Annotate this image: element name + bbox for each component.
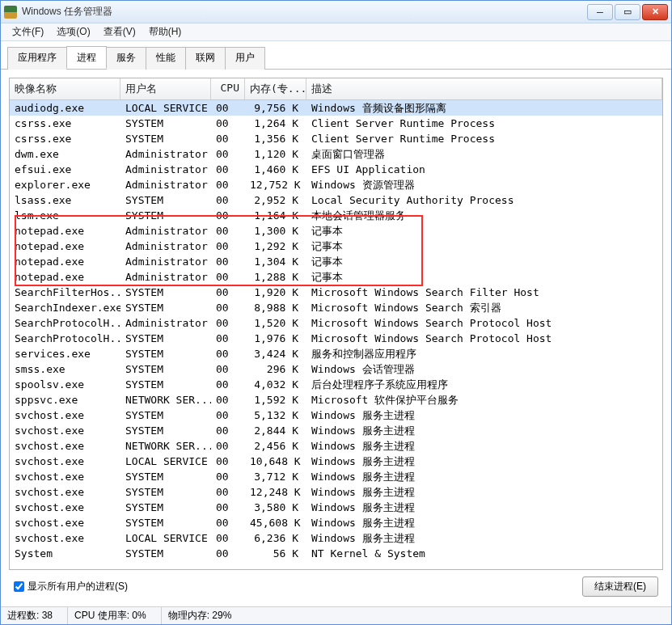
cell-cpu: 00 bbox=[211, 177, 245, 192]
col-memory[interactable]: 内存(专... bbox=[245, 78, 306, 99]
show-all-users-label: 显示所有用户的进程(S) bbox=[27, 580, 128, 593]
table-row[interactable]: svchost.exeSYSTEM0045,608 KWindows 服务主进程 bbox=[10, 515, 662, 530]
col-description[interactable]: 描述 bbox=[306, 78, 662, 99]
tab-2[interactable]: 服务 bbox=[106, 47, 146, 70]
tab-0[interactable]: 应用程序 bbox=[7, 47, 67, 70]
table-row[interactable]: SearchProtocolH...Administrator001,520 K… bbox=[10, 315, 662, 331]
table-row[interactable]: lsm.exeSYSTEM001,164 K本地会话管理器服务 bbox=[10, 208, 662, 223]
cell-memory: 1,120 K bbox=[245, 146, 306, 162]
col-image-name[interactable]: 映像名称 bbox=[10, 78, 120, 99]
cell-description: Microsoft Windows Search Filter Host bbox=[306, 285, 662, 300]
table-row[interactable]: svchost.exeNETWORK SER...002,456 KWindow… bbox=[10, 438, 662, 454]
cell-memory: 3,712 K bbox=[245, 469, 306, 484]
table-row[interactable]: SearchProtocolH...SYSTEM001,976 KMicroso… bbox=[10, 331, 662, 346]
cell-cpu: 00 bbox=[211, 285, 245, 300]
table-row[interactable]: svchost.exeSYSTEM005,132 KWindows 服务主进程 bbox=[10, 408, 662, 423]
table-row[interactable]: notepad.exeAdministrator001,300 K记事本 bbox=[10, 223, 662, 239]
table-row[interactable]: sppsvc.exeNETWORK SER...001,592 KMicroso… bbox=[10, 392, 662, 408]
table-row[interactable]: notepad.exeAdministrator001,304 K记事本 bbox=[10, 254, 662, 269]
menu-item[interactable]: 帮助(H) bbox=[142, 23, 188, 40]
table-row[interactable]: svchost.exeSYSTEM003,712 KWindows 服务主进程 bbox=[10, 469, 662, 484]
status-cpu: CPU 使用率: 0% bbox=[68, 607, 162, 624]
show-all-users-input[interactable] bbox=[14, 581, 24, 592]
table-row[interactable]: audiodg.exeLOCAL SERVICE009,756 KWindows… bbox=[10, 100, 662, 116]
table-row[interactable]: services.exeSYSTEM003,424 K服务和控制器应用程序 bbox=[10, 346, 662, 361]
table-row[interactable]: csrss.exeSYSTEM001,356 KClient Server Ru… bbox=[10, 131, 662, 146]
cell-memory: 12,248 K bbox=[245, 484, 306, 500]
titlebar[interactable]: Windows 任务管理器 ─ ▭ ✕ bbox=[1, 1, 671, 23]
table-row[interactable]: smss.exeSYSTEM00296 KWindows 会话管理器 bbox=[10, 361, 662, 377]
col-user-name[interactable]: 用户名 bbox=[120, 78, 211, 99]
cell-memory: 1,264 K bbox=[245, 116, 306, 131]
cell-memory: 45,608 K bbox=[245, 515, 306, 530]
table-row[interactable]: SearchIndexer.exeSYSTEM008,988 KMicrosof… bbox=[10, 300, 662, 315]
cell-image-name: lsass.exe bbox=[10, 192, 120, 208]
cell-user-name: SYSTEM bbox=[120, 515, 211, 530]
cell-cpu: 00 bbox=[211, 254, 245, 269]
cell-description: Windows 服务主进程 bbox=[306, 515, 662, 530]
table-row[interactable]: SystemSYSTEM0056 KNT Kernel & System bbox=[10, 546, 662, 561]
table-row[interactable]: spoolsv.exeSYSTEM004,032 K后台处理程序子系统应用程序 bbox=[10, 377, 662, 392]
tab-4[interactable]: 联网 bbox=[185, 47, 226, 70]
cell-image-name: SearchProtocolH... bbox=[10, 315, 120, 331]
table-row[interactable]: svchost.exeLOCAL SERVICE006,236 KWindows… bbox=[10, 530, 662, 546]
cell-memory: 5,132 K bbox=[245, 408, 306, 423]
minimize-button[interactable]: ─ bbox=[587, 4, 613, 20]
close-button[interactable]: ✕ bbox=[642, 4, 668, 20]
tab-strip: 应用程序进程服务性能联网用户 bbox=[1, 41, 671, 70]
process-table-body[interactable]: audiodg.exeLOCAL SERVICE009,756 KWindows… bbox=[10, 100, 662, 569]
cell-user-name: NETWORK SER... bbox=[120, 438, 211, 454]
menu-item[interactable]: 选项(O) bbox=[50, 23, 96, 40]
cell-image-name: smss.exe bbox=[10, 361, 120, 377]
cell-description: Client Server Runtime Process bbox=[306, 131, 662, 146]
cell-user-name: SYSTEM bbox=[120, 469, 211, 484]
table-row[interactable]: csrss.exeSYSTEM001,264 KClient Server Ru… bbox=[10, 116, 662, 131]
cell-image-name: svchost.exe bbox=[10, 500, 120, 515]
menu-item[interactable]: 查看(V) bbox=[97, 23, 142, 40]
cell-description: Windows 服务主进程 bbox=[306, 454, 662, 469]
cell-description: Windows 服务主进程 bbox=[306, 469, 662, 484]
cell-cpu: 00 bbox=[211, 162, 245, 177]
cell-image-name: SearchIndexer.exe bbox=[10, 300, 120, 315]
table-row[interactable]: notepad.exeAdministrator001,292 K记事本 bbox=[10, 239, 662, 254]
table-row[interactable]: explorer.exeAdministrator0012,752 KWindo… bbox=[10, 177, 662, 192]
cell-description: EFS UI Application bbox=[306, 162, 662, 177]
table-row[interactable]: lsass.exeSYSTEM002,952 KLocal Security A… bbox=[10, 192, 662, 208]
table-row[interactable]: svchost.exeSYSTEM0012,248 KWindows 服务主进程 bbox=[10, 484, 662, 500]
cell-memory: 8,988 K bbox=[245, 300, 306, 315]
table-row[interactable]: notepad.exeAdministrator001,288 K记事本 bbox=[10, 269, 662, 285]
table-row[interactable]: efsui.exeAdministrator001,460 KEFS UI Ap… bbox=[10, 162, 662, 177]
cell-memory: 6,236 K bbox=[245, 530, 306, 546]
cell-description: Local Security Authority Process bbox=[306, 192, 662, 208]
cell-user-name: SYSTEM bbox=[120, 500, 211, 515]
tab-5[interactable]: 用户 bbox=[225, 47, 265, 70]
cell-image-name: SearchFilterHos... bbox=[10, 285, 120, 300]
table-row[interactable]: svchost.exeSYSTEM003,580 KWindows 服务主进程 bbox=[10, 500, 662, 515]
cell-memory: 1,520 K bbox=[245, 315, 306, 331]
cell-memory: 3,580 K bbox=[245, 500, 306, 515]
cell-user-name: SYSTEM bbox=[120, 285, 211, 300]
cell-user-name: SYSTEM bbox=[120, 423, 211, 438]
table-row[interactable]: svchost.exeLOCAL SERVICE0010,648 KWindow… bbox=[10, 454, 662, 469]
show-all-users-checkbox[interactable]: 显示所有用户的进程(S) bbox=[14, 580, 128, 593]
panel-footer: 显示所有用户的进程(S) 结束进程(E) bbox=[9, 570, 663, 602]
cell-cpu: 00 bbox=[211, 469, 245, 484]
table-row[interactable]: SearchFilterHos...SYSTEM001,920 KMicroso… bbox=[10, 285, 662, 300]
table-row[interactable]: dwm.exeAdministrator001,120 K桌面窗口管理器 bbox=[10, 146, 662, 162]
cell-description: 本地会话管理器服务 bbox=[306, 208, 662, 223]
cell-cpu: 00 bbox=[211, 116, 245, 131]
end-process-button[interactable]: 结束进程(E) bbox=[582, 576, 658, 597]
tab-3[interactable]: 性能 bbox=[146, 47, 186, 70]
col-cpu[interactable]: CPU bbox=[211, 78, 245, 99]
cell-memory: 12,752 K bbox=[245, 177, 306, 192]
statusbar: 进程数: 38 CPU 使用率: 0% 物理内存: 29% bbox=[1, 606, 671, 624]
maximize-button[interactable]: ▭ bbox=[615, 4, 640, 20]
table-row[interactable]: svchost.exeSYSTEM002,844 KWindows 服务主进程 bbox=[10, 423, 662, 438]
cell-user-name: Administrator bbox=[120, 254, 211, 269]
cell-image-name: SearchProtocolH... bbox=[10, 331, 120, 346]
cell-user-name: SYSTEM bbox=[120, 484, 211, 500]
tab-1[interactable]: 进程 bbox=[66, 46, 107, 69]
menu-item[interactable]: 文件(F) bbox=[6, 23, 50, 40]
cell-cpu: 00 bbox=[211, 269, 245, 285]
window-title: Windows 任务管理器 bbox=[22, 5, 587, 19]
